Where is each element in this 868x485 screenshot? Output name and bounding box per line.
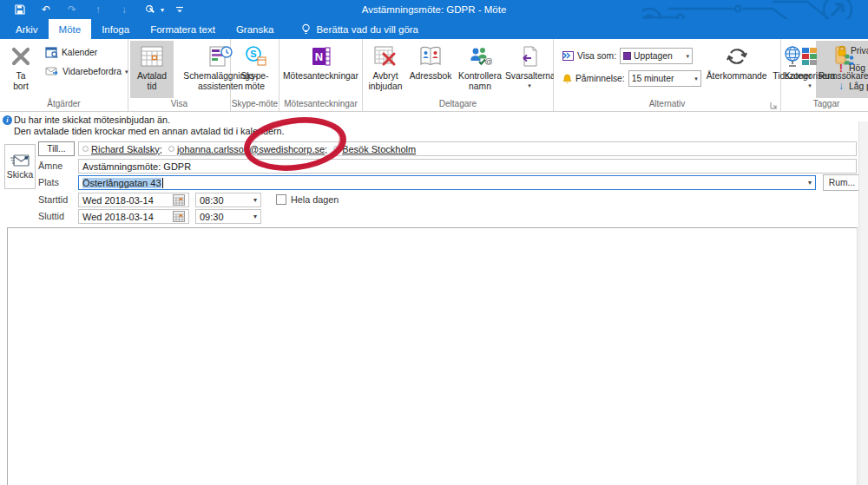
recipient-johanna-carlsson[interactable]: johanna.carlsson@swedishcorp.se; [168, 144, 327, 154]
message-body[interactable] [7, 227, 858, 485]
meeting-notes-button[interactable]: N Mötesanteckningar [280, 41, 362, 98]
response-options-dropdown-icon[interactable]: ▾ [528, 82, 531, 89]
recipient-besok-stockholm[interactable]: Besök Stockholm [333, 144, 416, 154]
end-time-dropdown-icon[interactable]: ▾ [253, 213, 257, 220]
location-label: Plats [38, 177, 59, 187]
recurrence-icon [726, 43, 748, 69]
tab-granska[interactable]: Granska [226, 19, 284, 39]
cancel-invitation-icon [374, 43, 397, 69]
busy-status-icon [623, 52, 631, 60]
high-priority-icon: ! [837, 62, 845, 75]
info-bar: i Du har inte skickat mötesinbjudan än. … [0, 114, 868, 140]
date-picker-icon[interactable] [173, 194, 185, 206]
reminder-dropdown[interactable]: 15 minuter ▾ [628, 70, 701, 87]
ribbon-group-motesanteckningar: N Mötesanteckningar Mötesanteckningar [279, 39, 363, 111]
high-priority-button[interactable]: ! Hög prioritet [837, 62, 868, 75]
tab-mote[interactable]: Möte [49, 19, 92, 39]
vertical-scrollbar[interactable] [858, 121, 868, 485]
low-priority-button[interactable]: ↓ Låg prioritet [837, 80, 868, 92]
send-envelope-icon [10, 154, 30, 167]
move-up-icon[interactable]: ↑ [85, 1, 111, 18]
response-options-button[interactable]: Svarsalternativ ▾ [505, 41, 554, 98]
move-down-icon[interactable]: ↓ [111, 1, 137, 18]
send-button[interactable]: Skicka [4, 144, 36, 189]
tab-arkiv[interactable]: Arkiv [5, 19, 49, 39]
text-cursor [162, 178, 163, 188]
categorize-label: Kategorisera [785, 71, 835, 82]
location-selected-text: Österlånggatan 43 [82, 178, 161, 188]
info-line-1: Du har inte skickat mötesinbjudan än. [14, 115, 170, 125]
private-button[interactable]: Privat [837, 45, 868, 56]
lightbulb-icon [301, 23, 311, 35]
customize-qat-icon[interactable] [167, 1, 193, 18]
date-picker-icon[interactable] [173, 211, 185, 222]
check-names-icon: @ [468, 43, 492, 69]
reminder-value: 15 minuter [632, 74, 674, 83]
skype-icon: S [244, 43, 266, 69]
show-as-icon [562, 51, 574, 61]
start-time-dropdown[interactable]: 08:30▾ [195, 193, 261, 207]
recipients-field[interactable]: Richard Skalsky; johanna.carlsson@swedis… [78, 141, 857, 156]
all-day-label: Hela dagen [291, 194, 339, 205]
tab-infoga[interactable]: Infoga [91, 19, 140, 39]
cancel-invitation-button[interactable]: Avbryt inbjudan [365, 41, 406, 98]
ribbon-group-deltagare: Avbryt inbjudan Adressbok @ Kontrollera … [363, 39, 554, 111]
all-day-checkbox[interactable] [276, 194, 286, 205]
start-date-field[interactable]: Wed 2018-03-14 [78, 193, 189, 207]
reminder-label: Påminnelse: [575, 74, 625, 83]
subject-field[interactable]: Avstämningsmöte: GDPR [78, 159, 857, 174]
group-label-atgarder: Åtgärder [0, 98, 128, 111]
group-label-taggar: Taggar [781, 98, 868, 111]
svg-text:N: N [314, 50, 322, 63]
tab-formatera-text[interactable]: Formatera text [140, 19, 226, 39]
show-as-label: Visa som: [577, 51, 616, 61]
recurrence-button[interactable]: Återkommande [705, 41, 769, 98]
check-names-button[interactable]: @ Kontrollera namn [455, 41, 505, 98]
forward-button[interactable]: Vidarebefordra ▾ [45, 66, 128, 76]
options-dialog-launcher-icon[interactable] [770, 102, 779, 110]
categorize-dropdown-icon[interactable]: ▾ [808, 82, 812, 89]
calendar-label: Kalender [62, 48, 97, 57]
categorize-button[interactable]: Kategorisera ▾ [783, 41, 837, 98]
end-time-dropdown[interactable]: 09:30▾ [195, 209, 261, 224]
start-time-dropdown-icon[interactable]: ▾ [253, 196, 257, 204]
meeting-notes-label: Mötesanteckningar [283, 71, 358, 82]
forward-dropdown-icon[interactable]: ▾ [125, 69, 128, 75]
touch-mode-dropdown-icon[interactable]: ▾ [158, 1, 167, 18]
address-book-button[interactable]: Adressbok [406, 41, 455, 98]
location-dropdown-icon[interactable]: ▾ [808, 179, 812, 187]
group-label-deltagare: Deltagare [363, 98, 553, 111]
delete-button[interactable]: Ta bort [2, 41, 40, 98]
skype-meeting-label: Skype- möte [240, 71, 268, 91]
redo-icon[interactable]: ↷ [59, 1, 85, 18]
delete-label: Ta bort [13, 71, 29, 91]
save-icon[interactable] [7, 1, 33, 18]
show-as-dropdown-icon[interactable]: ▾ [687, 53, 690, 60]
end-date-field[interactable]: Wed 2018-03-14 [78, 209, 189, 224]
address-book-label: Adressbok [410, 71, 452, 82]
onenote-icon: N [311, 43, 332, 69]
response-options-label: Svarsalternativ [505, 71, 554, 82]
show-as-dropdown[interactable]: Upptagen ▾ [620, 48, 693, 64]
all-day-checkbox-row[interactable]: Hela dagen [276, 194, 339, 205]
recipient-richard-skalsky[interactable]: Richard Skalsky; [82, 144, 162, 154]
forward-label: Vidarebefordra [62, 67, 122, 76]
undo-icon[interactable]: ↶ [33, 1, 59, 18]
send-label: Skicka [7, 170, 33, 180]
group-label-visa: Visa [128, 98, 230, 111]
tell-me-box[interactable]: Berätta vad du vill göra [293, 19, 427, 39]
calendar-button[interactable]: Kalender [45, 46, 128, 58]
group-label-skype: Skype-möte [231, 98, 279, 111]
location-field[interactable]: Österlånggatan 43 ▾ [78, 175, 816, 190]
to-button[interactable]: Till... [38, 141, 75, 156]
reminder-dropdown-icon[interactable]: ▾ [694, 75, 698, 82]
presence-icon [82, 146, 89, 152]
appointment-button[interactable]: Avtalad tid [130, 41, 174, 98]
reminder-bell-icon [562, 74, 572, 84]
rooms-button[interactable]: Rum... [823, 174, 861, 191]
lock-icon [837, 45, 847, 56]
address-book-icon [419, 43, 442, 69]
skype-meeting-button[interactable]: S Skype- möte [233, 41, 278, 98]
ribbon-group-skype: S Skype- möte Skype-möte [231, 39, 279, 111]
info-line-2: Den avtalade tiden krockar med en annan … [14, 126, 285, 136]
